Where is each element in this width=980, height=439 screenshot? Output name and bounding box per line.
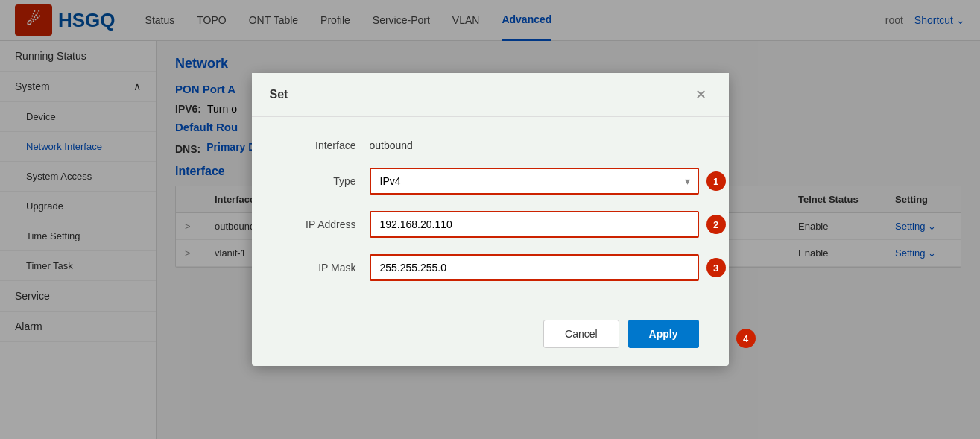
step-badge-1: 1 bbox=[706, 171, 726, 191]
modal-header: Set ✕ bbox=[252, 73, 729, 117]
ip-address-label: IP Address bbox=[282, 218, 356, 230]
ip-mask-label: IP Mask bbox=[282, 262, 356, 274]
type-select-wrapper: IPv4 IPv6 ▾ bbox=[370, 168, 699, 195]
modal-footer: Cancel Apply 4 bbox=[252, 312, 729, 366]
step-badge-4: 4 bbox=[736, 329, 756, 348]
ip-address-row: IP Address 2 bbox=[282, 211, 699, 238]
ip-mask-row: IP Mask 3 bbox=[282, 254, 699, 281]
type-select[interactable]: IPv4 IPv6 bbox=[371, 169, 698, 193]
modal-close-button[interactable]: ✕ bbox=[691, 85, 711, 104]
interface-row: Interface outbound bbox=[282, 139, 699, 151]
set-modal: Set ✕ Interface outbound Type IPv4 IPv6 … bbox=[252, 73, 729, 366]
type-row: Type IPv4 IPv6 ▾ 1 bbox=[282, 168, 699, 195]
modal-body: Interface outbound Type IPv4 IPv6 ▾ 1 bbox=[252, 117, 729, 312]
apply-button[interactable]: Apply bbox=[628, 320, 699, 348]
type-label: Type bbox=[282, 175, 356, 187]
modal-title: Set bbox=[270, 88, 288, 101]
cancel-button[interactable]: Cancel bbox=[543, 320, 619, 348]
interface-value: outbound bbox=[370, 139, 413, 151]
interface-label: Interface bbox=[282, 139, 356, 151]
modal-overlay: Set ✕ Interface outbound Type IPv4 IPv6 … bbox=[0, 0, 980, 439]
step-badge-2: 2 bbox=[706, 215, 726, 234]
ip-address-input[interactable] bbox=[370, 211, 699, 238]
step-badge-3: 3 bbox=[706, 258, 726, 277]
ip-mask-input[interactable] bbox=[370, 254, 699, 281]
